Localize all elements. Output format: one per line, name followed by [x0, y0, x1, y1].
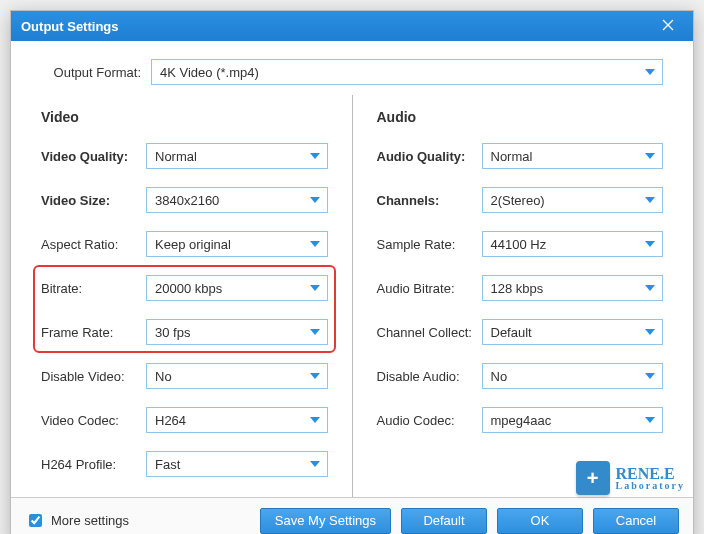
aspect-ratio-value: Keep original [155, 237, 231, 252]
audio-quality-value: Normal [491, 149, 533, 164]
disable-audio-field: Disable Audio:No [377, 363, 664, 389]
more-settings-checkbox[interactable]: More settings [25, 511, 129, 530]
disable-video-label: Disable Video: [41, 369, 146, 384]
audio-bitrate-label: Audio Bitrate: [377, 281, 482, 296]
more-settings-input[interactable] [29, 514, 42, 527]
disable-video-select[interactable]: No [146, 363, 328, 389]
aspect-ratio-select[interactable]: Keep original [146, 231, 328, 257]
chevron-down-icon [644, 195, 656, 205]
audio-codec-label: Audio Codec: [377, 413, 482, 428]
close-icon [662, 18, 674, 34]
output-settings-dialog: Output Settings Output Format: 4K Video … [10, 10, 694, 534]
video-size-select[interactable]: 3840x2160 [146, 187, 328, 213]
audio-quality-field: Audio Quality:Normal [377, 143, 664, 169]
disable-video-field: Disable Video:No [41, 363, 328, 389]
channels-value: 2(Stereo) [491, 193, 545, 208]
audio-bitrate-field: Audio Bitrate:128 kbps [377, 275, 664, 301]
channel-collect-select[interactable]: Default [482, 319, 664, 345]
chevron-down-icon [309, 151, 321, 161]
sample-rate-field: Sample Rate:44100 Hz [377, 231, 664, 257]
chevron-down-icon [309, 459, 321, 469]
cancel-button[interactable]: Cancel [593, 508, 679, 534]
channel-collect-field: Channel Collect:Default [377, 319, 664, 345]
channel-collect-label: Channel Collect: [377, 325, 482, 340]
output-format-select[interactable]: 4K Video (*.mp4) [151, 59, 663, 85]
audio-bitrate-select[interactable]: 128 kbps [482, 275, 664, 301]
bitrate-label: Bitrate: [41, 281, 146, 296]
frame-rate-field: Frame Rate:30 fps [41, 319, 328, 345]
disable-audio-label: Disable Audio: [377, 369, 482, 384]
audio-quality-select[interactable]: Normal [482, 143, 664, 169]
audio-codec-value: mpeg4aac [491, 413, 552, 428]
footer: More settings Save My Settings Default O… [11, 497, 693, 534]
video-codec-label: Video Codec: [41, 413, 146, 428]
chevron-down-icon [644, 283, 656, 293]
disable-audio-select[interactable]: No [482, 363, 664, 389]
h264-profile-select[interactable]: Fast [146, 451, 328, 477]
chevron-down-icon [309, 371, 321, 381]
video-codec-field: Video Codec:H264 [41, 407, 328, 433]
settings-columns: Video Video Quality:NormalVideo Size:384… [11, 95, 693, 497]
titlebar: Output Settings [11, 11, 693, 41]
h264-profile-field: H264 Profile:Fast [41, 451, 328, 477]
channels-select[interactable]: 2(Stereo) [482, 187, 664, 213]
output-format-row: Output Format: 4K Video (*.mp4) [11, 41, 693, 95]
chevron-down-icon [644, 415, 656, 425]
bitrate-select[interactable]: 20000 kbps [146, 275, 328, 301]
output-format-value: 4K Video (*.mp4) [160, 65, 259, 80]
chevron-down-icon [309, 415, 321, 425]
audio-codec-field: Audio Codec:mpeg4aac [377, 407, 664, 433]
sample-rate-select[interactable]: 44100 Hz [482, 231, 664, 257]
disable-audio-value: No [491, 369, 508, 384]
video-codec-value: H264 [155, 413, 186, 428]
close-button[interactable] [653, 11, 683, 41]
audio-bitrate-value: 128 kbps [491, 281, 544, 296]
chevron-down-icon [644, 327, 656, 337]
chevron-down-icon [309, 239, 321, 249]
sample-rate-value: 44100 Hz [491, 237, 547, 252]
disable-video-value: No [155, 369, 172, 384]
video-heading: Video [41, 109, 328, 125]
aspect-ratio-field: Aspect Ratio:Keep original [41, 231, 328, 257]
audio-codec-select[interactable]: mpeg4aac [482, 407, 664, 433]
chevron-down-icon [644, 67, 656, 77]
frame-rate-select[interactable]: 30 fps [146, 319, 328, 345]
audio-heading: Audio [377, 109, 664, 125]
channels-field: Channels:2(Stereo) [377, 187, 664, 213]
chevron-down-icon [309, 195, 321, 205]
save-my-settings-button[interactable]: Save My Settings [260, 508, 391, 534]
video-codec-select[interactable]: H264 [146, 407, 328, 433]
video-size-label: Video Size: [41, 193, 146, 208]
chevron-down-icon [309, 283, 321, 293]
dialog-title: Output Settings [21, 19, 119, 34]
video-size-field: Video Size:3840x2160 [41, 187, 328, 213]
video-quality-value: Normal [155, 149, 197, 164]
chevron-down-icon [309, 327, 321, 337]
video-column: Video Video Quality:NormalVideo Size:384… [41, 95, 352, 497]
bitrate-field: Bitrate:20000 kbps [41, 275, 328, 301]
output-format-label: Output Format: [41, 65, 141, 80]
video-quality-field: Video Quality:Normal [41, 143, 328, 169]
chevron-down-icon [644, 151, 656, 161]
bitrate-value: 20000 kbps [155, 281, 222, 296]
sample-rate-label: Sample Rate: [377, 237, 482, 252]
aspect-ratio-label: Aspect Ratio: [41, 237, 146, 252]
frame-rate-value: 30 fps [155, 325, 190, 340]
channel-collect-value: Default [491, 325, 532, 340]
ok-button[interactable]: OK [497, 508, 583, 534]
h264-profile-value: Fast [155, 457, 180, 472]
chevron-down-icon [644, 239, 656, 249]
video-quality-label: Video Quality: [41, 149, 146, 164]
audio-quality-label: Audio Quality: [377, 149, 482, 164]
chevron-down-icon [644, 371, 656, 381]
more-settings-label: More settings [51, 513, 129, 528]
audio-column: Audio Audio Quality:NormalChannels:2(Ste… [352, 95, 664, 497]
h264-profile-label: H264 Profile: [41, 457, 146, 472]
video-size-value: 3840x2160 [155, 193, 219, 208]
video-quality-select[interactable]: Normal [146, 143, 328, 169]
frame-rate-label: Frame Rate: [41, 325, 146, 340]
channels-label: Channels: [377, 193, 482, 208]
default-button[interactable]: Default [401, 508, 487, 534]
